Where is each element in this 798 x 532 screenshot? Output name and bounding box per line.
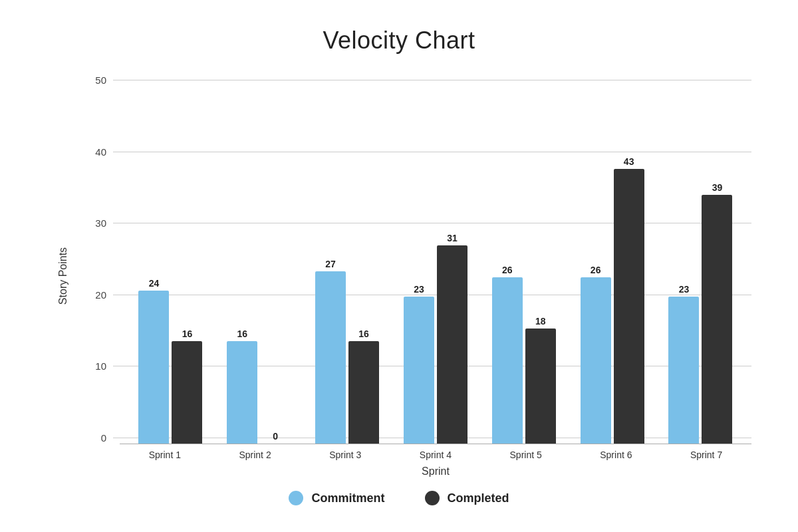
commitment-bar — [138, 291, 169, 444]
completed-bar-label: 16 — [182, 329, 193, 339]
commitment-bar-label: 24 — [149, 278, 160, 289]
sprint-label: Sprint 2 — [210, 450, 301, 460]
commitment-bar — [668, 297, 699, 444]
completed-bar — [614, 169, 644, 444]
completed-bar-label: 39 — [712, 182, 723, 193]
sprint-label: Sprint 5 — [481, 450, 571, 460]
commitment-bar-label: 26 — [502, 265, 513, 275]
commitment-bar-label: 16 — [237, 329, 247, 339]
y-tick-label: 10 — [80, 360, 113, 372]
legend: Commitment Completed — [289, 491, 509, 505]
legend-label-completed: Completed — [448, 491, 509, 505]
completed-bar-label: 18 — [535, 316, 546, 327]
legend-label-commitment: Commitment — [311, 491, 384, 505]
x-axis-area: Sprint 1Sprint 2Sprint 3Sprint 4Sprint 5… — [80, 444, 751, 477]
plot-area: 50403020100 241616027162331261826432339 … — [80, 74, 751, 477]
bars-pair: 2339 — [668, 182, 732, 444]
completed-bar-wrap: 16 — [172, 329, 202, 444]
sprint-group: 2618 — [492, 265, 556, 444]
completed-bar-wrap: 43 — [614, 156, 644, 444]
commitment-bar-wrap: 26 — [581, 265, 611, 444]
commitment-bar-wrap: 23 — [404, 284, 434, 444]
commitment-bar-wrap: 23 — [668, 284, 699, 444]
sprint-group: 2339 — [668, 182, 732, 444]
y-tick-label: 30 — [80, 217, 113, 229]
y-axis-label: Story Points — [57, 247, 69, 305]
legend-item-commitment: Commitment — [289, 491, 384, 505]
sprint-label: Sprint 6 — [571, 450, 662, 460]
commitment-bar — [404, 297, 434, 444]
y-tick-label: 20 — [80, 289, 113, 301]
completed-bar — [172, 341, 202, 444]
bars-pair: 2618 — [492, 265, 556, 444]
commitment-bar — [581, 277, 611, 444]
completed-bar — [702, 195, 732, 444]
commitment-bar — [315, 271, 346, 444]
sprint-group: 160 — [227, 329, 291, 444]
completed-bar-wrap: 16 — [348, 329, 379, 444]
completed-bar-label: 31 — [447, 233, 458, 243]
sprint-label: Sprint 1 — [120, 450, 210, 460]
legend-dot-commitment — [289, 491, 303, 505]
commitment-bar-wrap: 27 — [315, 259, 346, 444]
completed-bar-label: 43 — [624, 156, 634, 167]
commitment-bar-label: 27 — [325, 259, 336, 269]
y-tick-label: 40 — [80, 146, 113, 158]
legend-dot-completed — [425, 491, 440, 505]
sprint-group: 2331 — [404, 233, 467, 444]
completed-bar-wrap: 31 — [437, 233, 467, 444]
chart-container: Velocity Chart Story Points 50403020100 … — [33, 13, 765, 519]
sprint-labels: Sprint 1Sprint 2Sprint 3Sprint 4Sprint 5… — [120, 450, 751, 460]
bars-pair: 2716 — [315, 259, 379, 444]
commitment-bar-label: 23 — [414, 284, 424, 295]
completed-bar-wrap: 39 — [702, 182, 732, 444]
commitment-bar-label: 23 — [679, 284, 690, 295]
bars-pair: 160 — [227, 329, 291, 444]
completed-bar-label: 16 — [358, 329, 369, 339]
completed-bar-wrap: 18 — [525, 316, 556, 444]
grid-and-bars: 50403020100 241616027162331261826432339 — [80, 74, 751, 444]
y-tick-label: 50 — [80, 74, 113, 86]
commitment-bar-wrap: 26 — [492, 265, 523, 444]
legend-item-completed: Completed — [425, 491, 509, 505]
y-tick-label: 0 — [80, 432, 113, 444]
chart-area: Story Points 50403020100 241616027162331… — [47, 74, 751, 477]
completed-bar-wrap: 0 — [260, 431, 291, 444]
sprint-label: Sprint 3 — [300, 450, 390, 460]
bars-pair: 2331 — [404, 233, 467, 444]
bars-pair: 2643 — [581, 156, 644, 444]
completed-bar — [525, 329, 556, 444]
commitment-bar — [492, 277, 523, 444]
x-axis-label: Sprint — [422, 466, 450, 477]
x-axis-line — [120, 444, 751, 444]
commitment-bar-label: 26 — [591, 265, 601, 275]
sprint-label: Sprint 7 — [661, 450, 751, 460]
chart-title: Velocity Chart — [323, 27, 475, 55]
sprint-label: Sprint 4 — [390, 450, 481, 460]
sprint-group: 2416 — [138, 278, 202, 444]
commitment-bar-wrap: 16 — [227, 329, 257, 444]
bars-row: 241616027162331261826432339 — [120, 74, 751, 444]
commitment-bar — [227, 341, 257, 444]
sprint-group: 2716 — [315, 259, 379, 444]
completed-bar-label: 0 — [273, 431, 278, 442]
bars-pair: 2416 — [138, 278, 202, 444]
completed-bar — [437, 245, 467, 444]
completed-bar — [348, 341, 379, 444]
y-axis-label-container: Story Points — [47, 74, 80, 477]
commitment-bar-wrap: 24 — [138, 278, 169, 444]
sprint-group: 2643 — [581, 156, 644, 444]
